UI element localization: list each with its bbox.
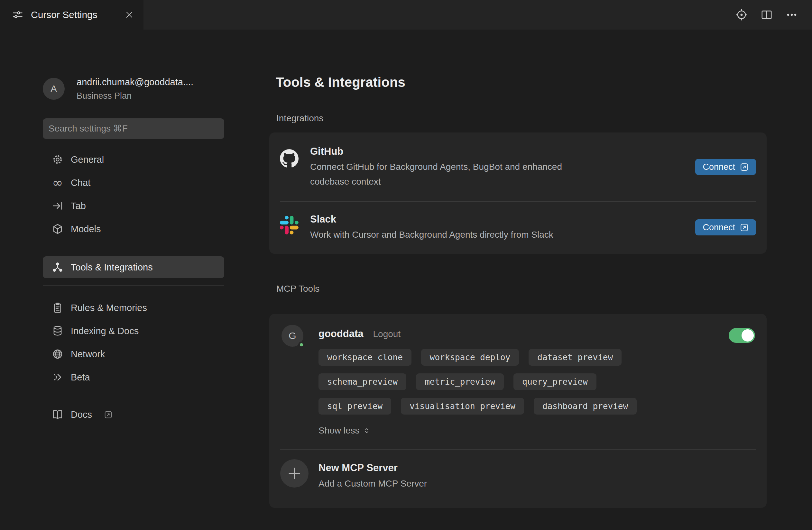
sidebar-item-docs[interactable]: Docs xyxy=(43,403,224,426)
sidebar-item-label: Rules & Memories xyxy=(71,303,147,313)
divider xyxy=(43,285,224,285)
slack-description: Work with Cursor and Background Agents d… xyxy=(310,227,553,242)
sidebar-item-label: Models xyxy=(71,224,101,234)
split-editor-icon[interactable] xyxy=(760,9,773,21)
book-icon xyxy=(52,409,64,421)
target-icon[interactable] xyxy=(736,9,748,21)
page-title: Tools & Integrations xyxy=(276,75,405,90)
mcp-tools-card: G gooddata Logout workspace_clone worksp… xyxy=(269,314,767,508)
account-info: A andrii.chumak@gooddata.... Business Pl… xyxy=(43,76,224,101)
show-less-link[interactable]: Show less xyxy=(319,424,729,437)
tool-chip: dataset_preview xyxy=(528,349,622,366)
tool-chip: workspace_deploy xyxy=(421,349,519,366)
sidebar-item-label: Indexing & Docs xyxy=(71,326,139,336)
close-icon[interactable] xyxy=(125,10,134,19)
tab-title: Cursor Settings xyxy=(31,9,98,20)
sidebar-item-indexing-docs[interactable]: Indexing & Docs xyxy=(43,319,224,342)
tools-row: schema_preview metric_preview query_prev… xyxy=(319,373,729,390)
slack-title: Slack xyxy=(310,212,553,226)
chevrons-icon xyxy=(52,371,64,383)
sidebar-item-label: Docs xyxy=(71,409,92,420)
github-connect-button[interactable]: Connect xyxy=(695,159,756,175)
avatar: A xyxy=(43,78,65,100)
sliders-icon xyxy=(12,9,24,21)
sidebar-item-network[interactable]: Network xyxy=(43,342,224,366)
mcp-section-label: MCP Tools xyxy=(276,284,319,294)
tools-row: workspace_clone workspace_deploy dataset… xyxy=(319,349,729,366)
github-icon xyxy=(280,149,299,168)
sidebar-item-tab[interactable]: Tab xyxy=(43,194,224,217)
clipboard-icon xyxy=(52,301,64,314)
external-link-icon xyxy=(740,163,749,172)
integrations-card: GitHub Connect GitHub for Background Age… xyxy=(269,132,767,254)
divider xyxy=(43,244,224,244)
tool-chip: schema_preview xyxy=(319,373,406,390)
mcp-server-row: G gooddata Logout workspace_clone worksp… xyxy=(269,314,767,437)
cube-icon xyxy=(52,223,64,235)
sidebar-item-label: Tools & Integrations xyxy=(71,262,153,273)
chevron-up-down-icon xyxy=(363,427,371,435)
slack-icon xyxy=(280,216,299,234)
ellipsis-icon[interactable] xyxy=(786,9,798,21)
nav-secondary: Rules & Memories Indexing & Docs Network xyxy=(43,296,224,389)
tool-chip: sql_preview xyxy=(319,398,391,414)
external-link-icon xyxy=(740,223,749,232)
tab-bar: Cursor Settings xyxy=(0,0,812,30)
status-dot xyxy=(298,341,305,348)
logout-link[interactable]: Logout xyxy=(373,329,401,339)
settings-sidebar: A andrii.chumak@gooddata.... Business Pl… xyxy=(43,76,224,426)
server-name: gooddata xyxy=(319,327,364,341)
sidebar-item-label: Network xyxy=(71,349,105,359)
new-mcp-title: New MCP Server xyxy=(319,461,427,475)
search-input[interactable] xyxy=(43,118,224,139)
slack-integration-row: Slack Work with Cursor and Background Ag… xyxy=(269,202,767,254)
sidebar-item-label: Beta xyxy=(71,372,90,383)
integrations-section-label: Integrations xyxy=(276,113,323,123)
divider xyxy=(43,399,224,399)
tab-cursor-settings[interactable]: Cursor Settings xyxy=(0,0,144,30)
sidebar-item-models[interactable]: Models xyxy=(43,217,224,240)
external-link-icon xyxy=(104,411,112,419)
sidebar-item-label: General xyxy=(71,154,104,165)
new-mcp-subtitle: Add a Custom MCP Server xyxy=(319,476,427,491)
github-integration-row: GitHub Connect GitHub for Background Age… xyxy=(269,132,767,201)
account-plan: Business Plan xyxy=(76,91,193,101)
server-avatar: G xyxy=(281,325,303,347)
plus-icon xyxy=(280,459,308,488)
sidebar-item-rules-memories[interactable]: Rules & Memories xyxy=(43,296,224,319)
new-mcp-server-button[interactable]: New MCP Server Add a Custom MCP Server xyxy=(269,450,767,508)
slack-connect-button[interactable]: Connect xyxy=(695,219,756,235)
globe-icon xyxy=(52,348,64,360)
hub-icon xyxy=(52,261,64,274)
tool-chip: metric_preview xyxy=(416,373,504,390)
github-title: GitHub xyxy=(310,145,562,158)
sidebar-item-label: Tab xyxy=(71,201,86,211)
server-enabled-toggle[interactable] xyxy=(729,328,755,343)
tools-row: sql_preview visualisation_preview dashbo… xyxy=(319,398,729,414)
gear-icon xyxy=(52,153,64,166)
tab-arrow-icon xyxy=(52,200,64,212)
github-description: Connect GitHub for Background Agents, Bu… xyxy=(310,160,562,189)
sidebar-item-label: Chat xyxy=(71,178,90,188)
tool-chip: workspace_clone xyxy=(319,349,411,366)
tool-chip: visualisation_preview xyxy=(401,398,524,414)
sidebar-item-tools-integrations[interactable]: Tools & Integrations xyxy=(43,256,224,278)
tool-chip: dashboard_preview xyxy=(534,398,637,414)
sidebar-item-general[interactable]: General xyxy=(43,148,224,171)
infinity-icon: ∞ xyxy=(52,177,64,189)
sidebar-item-beta[interactable]: Beta xyxy=(43,366,224,389)
database-icon xyxy=(52,325,64,337)
tool-chip: query_preview xyxy=(513,373,596,390)
sidebar-item-chat[interactable]: ∞ Chat xyxy=(43,171,224,194)
nav-primary: General ∞ Chat Tab Models xyxy=(43,148,224,240)
account-email: andrii.chumak@gooddata.... xyxy=(76,77,193,87)
